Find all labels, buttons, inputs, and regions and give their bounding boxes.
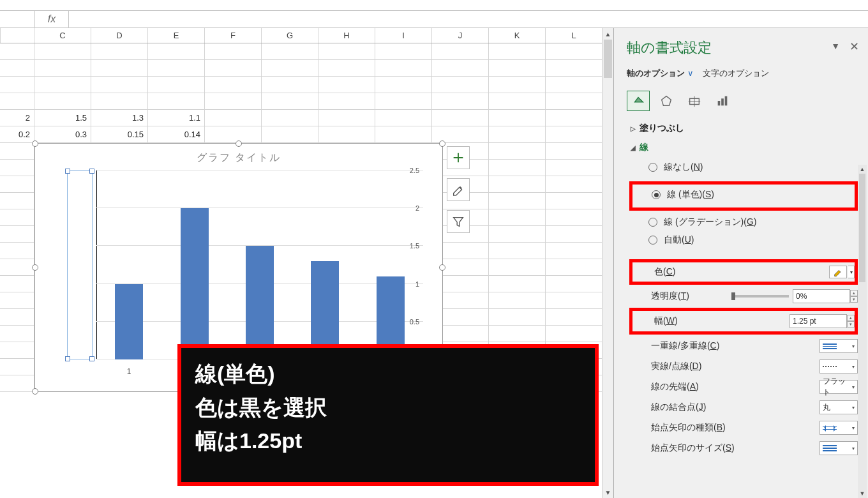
resize-handle[interactable] [439, 140, 445, 147]
prop-dash[interactable]: 実線/点線(D) ▾ [629, 356, 858, 377]
radio-line-solid[interactable]: 線 (単色)(S) [652, 186, 855, 204]
col-header[interactable]: H [318, 28, 375, 43]
col-header[interactable]: C [34, 28, 91, 43]
tab-axis-options[interactable]: 軸のオプション [627, 68, 685, 78]
col-header[interactable]: F [205, 28, 262, 43]
begin-size-combo[interactable]: ▾ [819, 441, 858, 455]
prop-begin-size[interactable]: 始点矢印のサイズ(S) ▾ [629, 438, 858, 458]
scroll-up-icon[interactable]: ▲ [858, 165, 867, 174]
prop-compound[interactable]: 一重線/多重線(C) ▾ [629, 336, 858, 356]
resize-handle[interactable] [32, 264, 38, 271]
effects-icon[interactable] [655, 91, 678, 111]
cell[interactable]: 2 [0, 110, 34, 126]
radio-line-gradient[interactable]: 線 (グラデーション)(G) [648, 213, 858, 231]
annotation-line: 幅は1.25pt [195, 424, 581, 458]
cell[interactable]: 0.15 [91, 126, 148, 143]
panel-scrollbar[interactable]: ▲ ▼ [858, 165, 867, 498]
axis-options-icon[interactable] [711, 91, 734, 111]
col-header[interactable]: I [375, 28, 432, 43]
chevron-right-icon: ▷ [631, 125, 636, 132]
column-headers: C D E F G H I J K L [0, 28, 613, 43]
formula-input[interactable] [69, 11, 868, 27]
chart-filter-button[interactable] [447, 210, 470, 233]
table-row: 2 1.5 1.3 1.1 [0, 110, 613, 126]
panel-tabs: 軸のオプション ∨ 文字のオプション [627, 66, 858, 88]
begin-arrow-combo[interactable]: ▾ [819, 421, 858, 435]
highlight-box-width: 幅(W) 1.25 pt ▴▾ [629, 308, 858, 335]
chevron-down-icon: ◢ [631, 144, 636, 151]
prop-color[interactable]: 色(C) ▾ [632, 262, 855, 282]
svg-marker-0 [662, 96, 671, 106]
col-header[interactable]: E [148, 28, 205, 43]
resize-handle[interactable] [32, 388, 38, 395]
radio-line-auto[interactable]: 自動(U) [648, 231, 858, 249]
highlight-box-color: 色(C) ▾ [629, 259, 858, 285]
y-axis-selected[interactable] [67, 170, 93, 359]
panel-menu-icon[interactable]: ▼ [831, 41, 840, 51]
prop-join[interactable]: 線の結合点(J) 丸▾ [629, 397, 858, 418]
chart-elements-button[interactable] [447, 146, 470, 169]
col-header[interactable]: G [262, 28, 318, 43]
table-row: 0.2 0.3 0.15 0.14 [0, 126, 613, 143]
compound-combo[interactable]: ▾ [819, 339, 858, 353]
prop-width[interactable]: 幅(W) 1.25 pt ▴▾ [632, 311, 855, 331]
scroll-down-icon[interactable]: ▼ [602, 487, 613, 498]
cell[interactable]: 1.3 [91, 110, 148, 126]
format-axis-panel: 軸の書式設定 ▼ ✕ 軸のオプション ∨ 文字のオプション ▷ [614, 28, 868, 498]
chart-bar[interactable] [246, 246, 274, 359]
chart-styles-button[interactable] [447, 178, 470, 201]
dropdown-icon[interactable]: ▾ [848, 266, 855, 278]
vertical-scrollbar[interactable]: ▲ ▼ [602, 28, 613, 498]
size-properties-icon[interactable] [683, 91, 706, 111]
x-axis-label: 1 [115, 367, 143, 376]
fx-label: fx [34, 11, 69, 27]
close-icon[interactable]: ✕ [849, 40, 859, 54]
worksheet-area: C D E F G H I J K L 2 1.5 1.3 1.1 [0, 28, 614, 498]
cell[interactable]: 1.5 [34, 110, 91, 126]
annotation-line: 線(単色) [195, 357, 581, 391]
svg-rect-6 [725, 96, 728, 106]
formula-bar: fx [0, 10, 868, 28]
section-line[interactable]: ◢ 線 [629, 138, 858, 157]
tab-text-options[interactable]: 文字のオプション [703, 68, 769, 78]
chart-plot-area[interactable]: 0 0.5 1 1.5 2 2.5 12345 [67, 170, 423, 359]
resize-handle[interactable] [439, 264, 445, 271]
cap-combo[interactable]: フラット▾ [819, 380, 858, 394]
scroll-down-icon[interactable]: ▼ [858, 489, 867, 498]
annotation-overlay: 線(単色) 色は黒を選択 幅は1.25pt [177, 344, 599, 486]
annotation-line: 色は黒を選択 [195, 391, 581, 425]
resize-handle[interactable] [32, 140, 38, 147]
prop-begin-arrow[interactable]: 始点矢印の種類(B) ▾ [629, 418, 858, 438]
transparency-value[interactable]: 0% [793, 289, 850, 303]
prop-cap[interactable]: 線の先端(A) フラット▾ [629, 377, 858, 397]
highlight-box-solid: 線 (単色)(S) [629, 181, 858, 211]
svg-rect-5 [721, 98, 724, 105]
cell[interactable]: 0.3 [34, 126, 91, 143]
chart-bar[interactable] [115, 284, 143, 359]
fill-line-icon[interactable] [627, 91, 650, 111]
scroll-thumb[interactable] [859, 174, 865, 282]
width-value[interactable]: 1.25 pt [789, 314, 847, 328]
dash-combo[interactable]: ▾ [819, 359, 858, 374]
svg-rect-4 [718, 101, 721, 105]
scroll-thumb[interactable] [604, 40, 612, 78]
cell[interactable]: 1.1 [148, 110, 205, 126]
section-fill[interactable]: ▷ 塗りつぶし [629, 119, 858, 138]
col-header[interactable]: L [546, 28, 602, 43]
transparency-slider[interactable] [731, 295, 789, 298]
join-combo[interactable]: 丸▾ [819, 400, 858, 414]
scroll-up-icon[interactable]: ▲ [602, 28, 613, 40]
radio-line-none[interactable]: 線なし(N) [648, 158, 858, 176]
prop-transparency[interactable]: 透明度(T) 0% ▴▾ [629, 286, 858, 306]
resize-handle[interactable] [236, 140, 242, 147]
chart-bar[interactable] [181, 208, 209, 359]
cell[interactable]: 0.14 [148, 126, 205, 143]
cell[interactable]: 0.2 [0, 126, 34, 143]
panel-title: 軸の書式設定 [627, 34, 858, 66]
col-header[interactable]: K [489, 28, 546, 43]
color-picker-icon[interactable] [829, 266, 847, 278]
col-header[interactable]: J [432, 28, 489, 43]
col-header[interactable]: D [91, 28, 148, 43]
chart-side-buttons [447, 146, 470, 233]
